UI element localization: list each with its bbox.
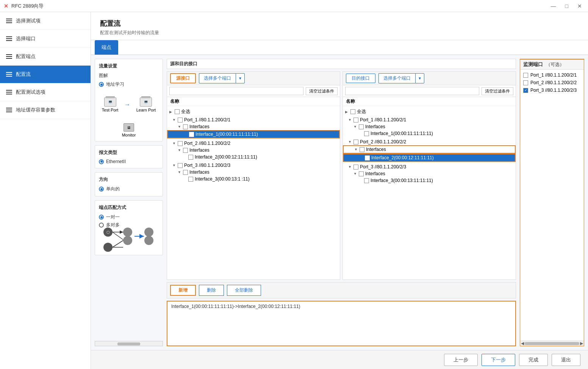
source-clear-btn[interactable]: 清空过滤条件 — [306, 87, 338, 95]
delete-all-button[interactable]: 全部删除 — [227, 285, 261, 296]
dest-interface3-label: Interface_3(00:00:13:11:11:11) — [371, 178, 433, 183]
interfaces1-checkbox[interactable] — [183, 124, 188, 129]
source-port1-node[interactable]: ▼ Port_1 //80.1.1.200/2/1 — [167, 116, 340, 123]
learn-port-label: Learn Port — [136, 108, 156, 112]
sidebar-item-config-test-option[interactable]: 配置测试选项 — [0, 83, 91, 101]
interface2-checkbox[interactable] — [188, 155, 193, 160]
result-panel: Interface_1(00:00:11:11:11:11)->Interfac… — [167, 301, 516, 346]
scroll-left-btn[interactable]: ◀ — [521, 341, 524, 346]
collapse-icon: ▶ — [169, 110, 173, 114]
dest-interface1-node[interactable]: Interface_1(00:00:11:11:11:11) — [343, 130, 516, 137]
monitor0-checkbox[interactable] — [523, 73, 528, 78]
interfaces3-checkbox[interactable] — [183, 170, 188, 175]
endpoint-tab[interactable]: 端点 — [95, 40, 118, 55]
source-interfaces1-node[interactable]: ▼ Interfaces — [167, 123, 340, 130]
monitor-device: 🖥 Monitor — [122, 123, 136, 137]
source-select-multiple-btn[interactable]: 选择多个端口 — [199, 73, 236, 83]
ethernetii-radio-icon — [99, 159, 104, 164]
source-port2-node[interactable]: ▼ Port_2 //80.1.1.200/2/2 — [167, 140, 340, 147]
diagram-area: 💻 Test Port → 💻 Learn Port — [99, 88, 159, 122]
monitor-item-2[interactable]: Port_3 //80.1.1.200/2/3 — [522, 86, 582, 94]
svg-point-10 — [144, 228, 153, 237]
dest-port-panel: 目的接口 选择多个端口 ▼ 清空过滤条件 名称 — [342, 71, 516, 280]
svg-point-5 — [123, 236, 132, 245]
dest-port-label-btn[interactable]: 目的接口 — [346, 74, 375, 83]
dest-interface3-checkbox[interactable] — [364, 178, 369, 183]
source-interface2-node[interactable]: Interface_2(00:00:12:11:11:11) — [167, 154, 340, 160]
dest-port2-checkbox[interactable] — [353, 140, 358, 144]
sidebar-item-config-endpoint[interactable]: 配置端点 — [0, 48, 91, 66]
source-interface3-node[interactable]: Interface_3(00:00:13:1 :11) — [167, 176, 340, 182]
exit-button[interactable]: 退出 — [552, 354, 580, 366]
dest-port3-node[interactable]: ▼ Port_3 //80.1.1.200/2/3 — [343, 163, 516, 170]
source-interfaces3-node[interactable]: ▼ Interfaces — [167, 169, 340, 176]
dest-port3-checkbox[interactable] — [353, 165, 358, 170]
monitor-item-1[interactable]: Port_2 //80.1.1.200/2/2 — [522, 79, 582, 86]
interface1-checkbox[interactable] — [189, 132, 194, 137]
sidebar-item-config-flow[interactable]: 配置流 — [0, 66, 91, 83]
port1-checkbox[interactable] — [178, 118, 183, 122]
dest-port1-checkbox[interactable] — [353, 118, 358, 122]
dest-interface1-checkbox[interactable] — [364, 131, 369, 136]
dest-interfaces3-checkbox[interactable] — [359, 171, 364, 176]
dest-port1-node[interactable]: ▼ Port_1 //80.1.1.200/2/1 — [343, 116, 516, 123]
dest-clear-btn[interactable]: 清空过滤条件 — [482, 87, 513, 95]
monitor-scrollbar-thumb — [525, 342, 579, 345]
expand-icon: ▼ — [178, 125, 181, 129]
finish-button[interactable]: 完成 — [519, 354, 548, 366]
sidebar-item-address-buffer[interactable]: 地址缓存容量参数 — [0, 101, 91, 119]
monitor-scrollbar[interactable]: ◀ ▶ — [520, 341, 584, 346]
dest-interfaces2-node[interactable]: ▼ Interfaces — [343, 145, 516, 154]
collapse-icon: ▶ — [345, 110, 349, 114]
content-area: 配置流 配置在测试开始时传输的流量 端点 流量设置 图解 地址学习 — [91, 12, 588, 369]
dest-select-all[interactable]: ▶ 全选 — [343, 108, 516, 116]
dest-filter-input[interactable] — [345, 87, 479, 95]
interface3-checkbox[interactable] — [188, 177, 193, 182]
source-interfaces2-node[interactable]: ▼ Interfaces — [167, 147, 340, 154]
sidebar-item-select-test[interactable]: 选择测试项 — [0, 12, 91, 30]
add-button[interactable]: 新增 — [170, 285, 196, 296]
minimize-button[interactable]: — — [549, 2, 558, 10]
port3-checkbox[interactable] — [178, 163, 183, 168]
prev-button[interactable]: 上一步 — [444, 354, 478, 366]
expand-icon: ▼ — [178, 170, 181, 174]
address-learning-radio[interactable]: 地址学习 — [99, 81, 159, 88]
monitor1-checkbox[interactable] — [523, 80, 528, 85]
dest-interfaces2-checkbox[interactable] — [360, 147, 364, 152]
dest-select-multiple-btn[interactable]: 选择多个端口 — [378, 73, 415, 83]
source-port3-node[interactable]: ▼ Port_3 //80.1.1.200/2/3 — [167, 162, 340, 169]
source-interface1-node[interactable]: Interface_1(00:00:11:11:11:11) — [167, 130, 340, 138]
dest-port2-item: ▼ Port_2 //80.1.1.200/2/2 ▼ Interfaces — [343, 138, 516, 163]
dest-interface2-checkbox[interactable] — [365, 155, 370, 160]
one-to-one-radio[interactable]: 一对一 — [99, 214, 159, 220]
dest-interface2-node[interactable]: Interface_2(00:00:12:11:11:11) — [343, 154, 516, 162]
dest-select-all-checkbox[interactable] — [350, 109, 355, 114]
dest-select-multiple-arrow[interactable]: ▼ — [415, 73, 424, 83]
delete-button[interactable]: 删除 — [199, 285, 224, 296]
close-button[interactable]: ✕ — [575, 2, 584, 10]
next-button[interactable]: 下一步 — [482, 354, 515, 366]
scroll-right-btn[interactable]: ▶ — [580, 341, 583, 346]
monitor0-label: Port_1 //80.1.1.200/2/1 — [530, 72, 577, 78]
dest-interface3-node[interactable]: Interface_3(00:00:13:11:11:11) — [343, 177, 516, 184]
source-select-multiple-arrow[interactable]: ▼ — [236, 73, 245, 83]
source-port2-item: ▼ Port_2 //80.1.1.200/2/2 ▼ Interfaces — [167, 139, 340, 161]
select-all-checkbox[interactable] — [175, 109, 180, 114]
unidirectional-radio[interactable]: 单向的 — [99, 186, 159, 192]
interfaces2-checkbox[interactable] — [183, 148, 188, 153]
maximize-button[interactable]: □ — [563, 2, 571, 10]
monitor2-checkbox[interactable] — [523, 88, 528, 93]
monitor-optional: （可选） — [546, 61, 564, 68]
dest-interfaces1-node[interactable]: ▼ Interfaces — [343, 123, 516, 130]
dest-interfaces3-node[interactable]: ▼ Interfaces — [343, 170, 516, 177]
dest-interfaces1-checkbox[interactable] — [359, 124, 364, 129]
dest-port2-node[interactable]: ▼ Port_2 //80.1.1.200/2/2 — [343, 138, 516, 145]
sidebar-item-select-port[interactable]: 选择端口 — [0, 30, 91, 48]
scroll-left[interactable] — [95, 341, 163, 346]
source-port-label-btn[interactable]: 源接口 — [170, 73, 196, 83]
ethernetii-radio[interactable]: EthernetII — [99, 159, 159, 164]
source-filter-input[interactable] — [169, 87, 303, 95]
monitor-item-0[interactable]: Port_1 //80.1.1.200/2/1 — [522, 71, 582, 79]
port2-checkbox[interactable] — [178, 141, 183, 146]
source-select-all[interactable]: ▶ 全选 — [167, 108, 340, 116]
